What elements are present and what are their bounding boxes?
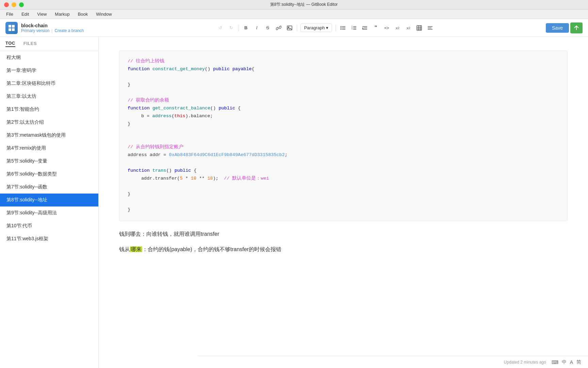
- titlebar-controls: [4, 2, 24, 7]
- minimize-btn[interactable]: [12, 2, 16, 7]
- quote-button[interactable]: ": [371, 23, 381, 33]
- undo-button[interactable]: ↺: [215, 23, 226, 33]
- create-branch-link[interactable]: Create a branch: [54, 28, 84, 33]
- subscript-button[interactable]: x2: [392, 23, 403, 33]
- toolbar-sep-3: [336, 25, 336, 31]
- indent-button[interactable]: [360, 23, 370, 33]
- paragraph-2-before: 钱从: [119, 246, 130, 252]
- superscript-button[interactable]: x2: [403, 23, 413, 33]
- toc-item-9[interactable]: 第6节:solidity--数据类型: [0, 168, 98, 181]
- header: block-chain Primary version | Create a b…: [0, 19, 588, 37]
- font-icon: A: [570, 359, 573, 365]
- toc-item-11[interactable]: 第8节:solidity--地址: [0, 194, 98, 206]
- code-button[interactable]: <>: [381, 23, 392, 33]
- toolbar: ↺ ↻ B I S Paragraph ▾ 1.2.3. " <> x2 x2: [108, 23, 543, 33]
- menu-edit[interactable]: Edit: [18, 11, 32, 17]
- toolbar-sep-2: [297, 25, 297, 31]
- toc-item-8[interactable]: 第5节:solidity--变量: [0, 155, 98, 168]
- publish-button[interactable]: [570, 22, 583, 33]
- paragraph-dropdown[interactable]: Paragraph ▾: [300, 24, 332, 32]
- svg-point-10: [341, 29, 342, 30]
- primary-version-link[interactable]: Primary version: [21, 28, 49, 33]
- svg-rect-3: [12, 28, 15, 31]
- tab-files[interactable]: FILES: [23, 41, 37, 47]
- paragraph-2: 钱从哪来：合约的钱(payable)，合约的钱不够transfer的时候会报错: [119, 245, 568, 255]
- code-block: // 往合约上转钱 function constract_get_money()…: [119, 50, 568, 221]
- bold-button[interactable]: B: [241, 23, 251, 33]
- toc-item-13[interactable]: 第10节:代币: [0, 219, 98, 232]
- maximize-btn[interactable]: [19, 2, 24, 7]
- unordered-list-button[interactable]: [338, 23, 348, 33]
- strikethrough-button[interactable]: S: [263, 23, 273, 33]
- version-area: Primary version | Create a branch: [21, 28, 84, 33]
- svg-text:3.: 3.: [352, 28, 353, 30]
- keyboard-icon: ⌨: [552, 359, 558, 365]
- svg-rect-21: [417, 26, 422, 30]
- toc-item-3[interactable]: 第三章:以太坊: [0, 90, 98, 103]
- book-info: block-chain Primary version | Create a b…: [21, 23, 84, 33]
- toc-list: 程大纲第一章:密码学第二章:区块链和比特币第三章:以太坊第1节:智能合约第2节:…: [0, 51, 98, 245]
- menu-window[interactable]: Window: [93, 11, 115, 17]
- toc-item-14[interactable]: 第11节:web3.js框架: [0, 232, 98, 245]
- book-title: block-chain: [21, 23, 84, 28]
- ordered-list-button[interactable]: 1.2.3.: [349, 23, 359, 33]
- sidebar: TOC FILES 程大纲第一章:密码学第二章:区块链和比特币第三章:以太坊第1…: [0, 37, 99, 368]
- toc-item-6[interactable]: 第3节:metamask钱包的使用: [0, 129, 98, 142]
- toolbar-sep-1: [239, 25, 239, 31]
- align-button[interactable]: [425, 23, 435, 33]
- window-title: 第8节:solidity--地址 — GitBook Editor: [24, 2, 584, 7]
- save-button[interactable]: Save: [546, 23, 569, 33]
- svg-point-8: [341, 27, 342, 28]
- paragraph-2-after: ：合约的钱(payable)，合约的钱不够transfer的时候会报错: [142, 246, 281, 252]
- menu-markup[interactable]: Markup: [51, 11, 73, 17]
- paragraph-label: Paragraph: [304, 25, 325, 30]
- svg-point-5: [288, 27, 289, 28]
- main-layout: TOC FILES 程大纲第一章:密码学第二章:区块链和比特币第三章:以太坊第1…: [0, 37, 588, 368]
- toc-item-5[interactable]: 第2节:以太坊介绍: [0, 116, 98, 129]
- menu-book[interactable]: Book: [75, 11, 92, 17]
- lang-icon: 中: [562, 359, 567, 365]
- paragraph-1: 钱到哪去：向谁转钱，就用谁调用transfer: [119, 229, 568, 239]
- sidebar-content: 程大纲第一章:密码学第二章:区块链和比特币第三章:以太坊第1节:智能合约第2节:…: [0, 51, 98, 368]
- version-divider: |: [51, 28, 52, 33]
- italic-button[interactable]: I: [252, 23, 262, 33]
- dropdown-arrow: ▾: [326, 25, 328, 30]
- logo-area: block-chain Primary version | Create a b…: [5, 22, 108, 34]
- toc-item-10[interactable]: 第7节:solidity--函数: [0, 181, 98, 194]
- paragraph-1-text: 钱到哪去：向谁转钱，就用谁调用transfer: [119, 231, 219, 237]
- toc-item-7[interactable]: 第4节:remix的使用: [0, 142, 98, 155]
- statusbar: Updated 2 minutes ago ⌨ 中 A 简: [197, 356, 588, 368]
- table-button[interactable]: [414, 23, 424, 33]
- svg-point-6: [341, 26, 342, 27]
- titlebar: 第8节:solidity--地址 — GitBook Editor: [0, 0, 588, 10]
- tab-toc[interactable]: TOC: [5, 41, 15, 47]
- toc-item-2[interactable]: 第二章:区块链和比特币: [0, 77, 98, 90]
- menu-view[interactable]: View: [34, 11, 50, 17]
- toc-item-4[interactable]: 第1节:智能合约: [0, 103, 98, 116]
- sidebar-tabs: TOC FILES: [0, 37, 98, 51]
- toc-item-0[interactable]: 程大纲: [0, 51, 98, 64]
- menubar: File Edit View Markup Book Window: [0, 10, 588, 19]
- image-button[interactable]: [284, 23, 295, 33]
- highlight-nalai: 哪来: [130, 246, 142, 252]
- updated-status: Updated 2 minutes ago: [504, 360, 546, 365]
- toc-item-12[interactable]: 第9节:solidity--高级用法: [0, 206, 98, 219]
- svg-rect-0: [9, 25, 11, 28]
- redo-button[interactable]: ↻: [226, 23, 236, 33]
- close-btn[interactable]: [4, 2, 9, 7]
- link-button[interactable]: [274, 23, 284, 33]
- editor-content[interactable]: // 往合约上转钱 function constract_get_money()…: [99, 37, 588, 368]
- svg-rect-1: [12, 25, 15, 28]
- statusbar-icons: ⌨ 中 A 简: [552, 359, 581, 365]
- app-logo: [5, 22, 18, 34]
- toc-item-1[interactable]: 第一章:密码学: [0, 64, 98, 77]
- simplified-icon: 简: [576, 359, 581, 365]
- menu-file[interactable]: File: [3, 11, 17, 17]
- svg-rect-2: [9, 28, 11, 31]
